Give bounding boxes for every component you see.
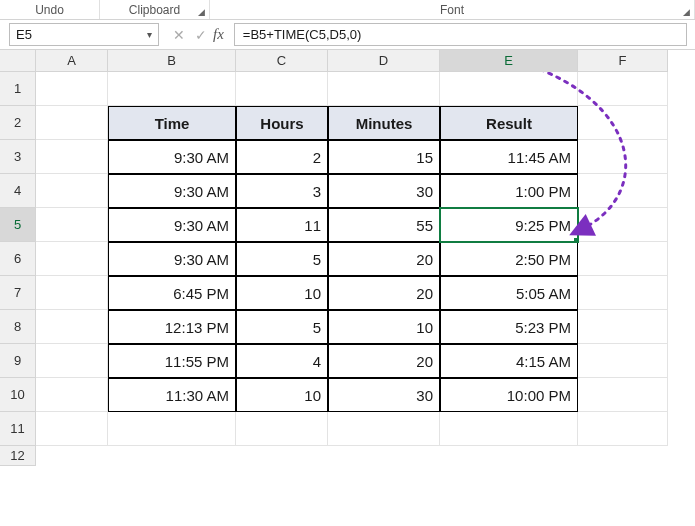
cell-A2[interactable] [36,106,108,140]
cell-C8[interactable]: 5 [236,310,328,344]
cell-F4[interactable] [578,174,668,208]
chevron-down-icon[interactable]: ▾ [147,29,152,40]
cell-D7[interactable]: 20 [328,276,440,310]
cell-E4[interactable]: 1:00 PM [440,174,578,208]
name-box[interactable]: E5 ▾ [9,23,159,46]
col-header-A[interactable]: A [36,50,108,72]
cell-A3[interactable] [36,140,108,174]
cell-E7[interactable]: 5:05 AM [440,276,578,310]
row-header-9[interactable]: 9 [0,344,36,378]
cell-F5[interactable] [578,208,668,242]
cell-E1[interactable] [440,72,578,106]
cell-D3[interactable]: 15 [328,140,440,174]
ribbon-group-clipboard[interactable]: Clipboard ◢ [100,0,210,19]
cell-F7[interactable] [578,276,668,310]
cell-D9[interactable]: 20 [328,344,440,378]
cell-F6[interactable] [578,242,668,276]
cell-E6[interactable]: 2:50 PM [440,242,578,276]
cell-A4[interactable] [36,174,108,208]
cell-F9[interactable] [578,344,668,378]
cell-C7[interactable]: 10 [236,276,328,310]
cell-C11[interactable] [236,412,328,446]
cell-A5[interactable] [36,208,108,242]
col-header-B[interactable]: B [108,50,236,72]
col-header-C[interactable]: C [236,50,328,72]
cell-C10[interactable]: 10 [236,378,328,412]
cell-A6[interactable] [36,242,108,276]
row-header-7[interactable]: 7 [0,276,36,310]
confirm-icon[interactable]: ✓ [191,27,211,43]
cell-F2[interactable] [578,106,668,140]
cell-B11[interactable] [108,412,236,446]
cell-area[interactable]: Time Hours Minutes Result 9:30 AM 2 15 1… [36,72,668,466]
cell-F11[interactable] [578,412,668,446]
cell-A9[interactable] [36,344,108,378]
row-header-4[interactable]: 4 [0,174,36,208]
select-all-corner[interactable] [0,50,36,72]
cell-B8[interactable]: 12:13 PM [108,310,236,344]
dialog-launcher-icon[interactable]: ◢ [198,7,205,17]
cell-E2[interactable]: Result [440,106,578,140]
cell-B1[interactable] [108,72,236,106]
cell-D8[interactable]: 10 [328,310,440,344]
col-header-F[interactable]: F [578,50,668,72]
row-header-3[interactable]: 3 [0,140,36,174]
cell-E9[interactable]: 4:15 AM [440,344,578,378]
cell-C9[interactable]: 4 [236,344,328,378]
col-header-D[interactable]: D [328,50,440,72]
ribbon-group-labels: Undo Clipboard ◢ Font ◢ [0,0,695,20]
ribbon-group-font[interactable]: Font ◢ [210,0,695,19]
cell-B3[interactable]: 9:30 AM [108,140,236,174]
cell-E10[interactable]: 10:00 PM [440,378,578,412]
cell-E11[interactable] [440,412,578,446]
row-header-5[interactable]: 5 [0,208,36,242]
row-header-1[interactable]: 1 [0,72,36,106]
cell-F8[interactable] [578,310,668,344]
cell-B4[interactable]: 9:30 AM [108,174,236,208]
dialog-launcher-icon[interactable]: ◢ [683,7,690,17]
cell-B2[interactable]: Time [108,106,236,140]
cell-C6[interactable]: 5 [236,242,328,276]
cell-C5[interactable]: 11 [236,208,328,242]
cell-D2[interactable]: Minutes [328,106,440,140]
cell-B7[interactable]: 6:45 PM [108,276,236,310]
row-header-6[interactable]: 6 [0,242,36,276]
row-header-11[interactable]: 11 [0,412,36,446]
cell-C1[interactable] [236,72,328,106]
cell-A1[interactable] [36,72,108,106]
cell-A11[interactable] [36,412,108,446]
col-header-E[interactable]: E [440,50,578,72]
ribbon-font-label: Font [440,3,464,17]
cell-B9[interactable]: 11:55 PM [108,344,236,378]
cell-A8[interactable] [36,310,108,344]
row-header-8[interactable]: 8 [0,310,36,344]
cell-E8[interactable]: 5:23 PM [440,310,578,344]
cell-C3[interactable]: 2 [236,140,328,174]
cell-D10[interactable]: 30 [328,378,440,412]
cell-C2[interactable]: Hours [236,106,328,140]
cell-B10[interactable]: 11:30 AM [108,378,236,412]
fx-icon[interactable]: fx [213,26,224,43]
cell-D1[interactable] [328,72,440,106]
cell-E5[interactable]: 9:25 PM [440,208,578,242]
row-header-10[interactable]: 10 [0,378,36,412]
cell-D5[interactable]: 55 [328,208,440,242]
cell-A10[interactable] [36,378,108,412]
row-header-2[interactable]: 2 [0,106,36,140]
cell-B6[interactable]: 9:30 AM [108,242,236,276]
cell-A7[interactable] [36,276,108,310]
spreadsheet-grid[interactable]: A B C D E F 1 2 3 4 5 6 7 8 9 10 11 12 [0,50,695,526]
cell-C4[interactable]: 3 [236,174,328,208]
cell-F1[interactable] [578,72,668,106]
cell-F3[interactable] [578,140,668,174]
cancel-icon[interactable]: ✕ [169,27,189,43]
cell-D4[interactable]: 30 [328,174,440,208]
cell-D6[interactable]: 20 [328,242,440,276]
cell-B5[interactable]: 9:30 AM [108,208,236,242]
cell-E3[interactable]: 11:45 AM [440,140,578,174]
formula-bar-input[interactable]: =B5+TIME(C5,D5,0) [234,23,687,46]
ribbon-group-undo[interactable]: Undo [0,0,100,19]
row-header-12[interactable]: 12 [0,446,36,466]
cell-F10[interactable] [578,378,668,412]
cell-D11[interactable] [328,412,440,446]
